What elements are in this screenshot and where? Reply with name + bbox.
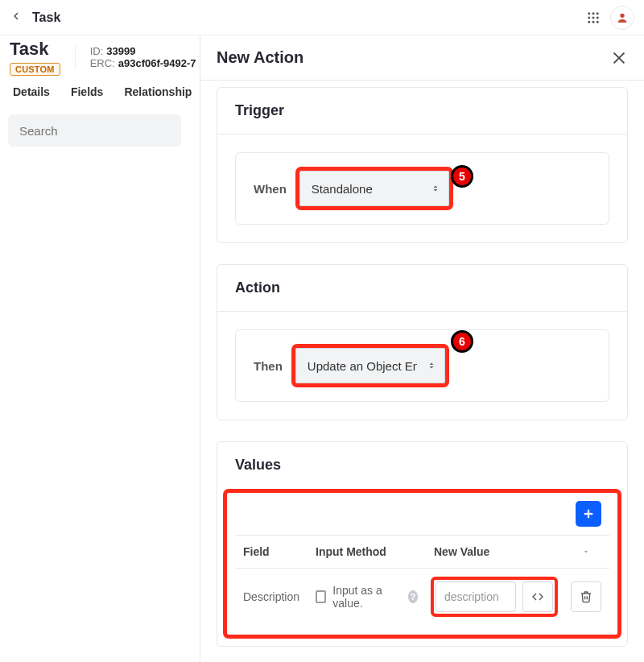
new-action-panel: New Action Trigger When Standalone 5 [200,35,644,662]
callout-5-abs: 5 [451,165,473,188]
then-label: Then [254,359,283,373]
col-field: Field [235,536,308,569]
col-new-value: New Value [426,536,563,569]
select-updown-icon [431,183,440,194]
then-value: Update an Object Ent [308,359,417,373]
action-row: Then Update an Object Ent [235,329,609,402]
help-icon[interactable]: ? [408,590,418,603]
code-toggle-button[interactable] [522,581,553,612]
entity-meta: ID: 33999 ERC: a93cf06f-9492-7 [75,45,196,69]
cell-actions [563,569,609,626]
tab-fields[interactable]: Fields [71,85,103,98]
page-title: Task [32,10,60,25]
svg-point-2 [597,12,599,14]
action-card: Action Then Update an Object Ent 6 [217,264,628,420]
entity-name: Task [10,39,60,60]
callout-6-abs: 6 [451,330,473,353]
delete-row-button[interactable] [571,581,601,612]
cell-input-method: Input as a value. ? [308,569,426,626]
when-label: When [254,182,287,196]
when-select[interactable]: Standalone [299,171,449,206]
select-updown-icon [427,360,436,371]
input-method-label: Input as a value. [332,584,396,610]
cell-new-value: description [426,569,563,626]
svg-point-8 [597,20,599,23]
svg-point-4 [592,16,595,19]
svg-point-3 [588,16,590,19]
table-row: Description Input as a value. ? [235,569,609,626]
values-card: Values 7 Field Input Method New Value [217,441,628,647]
meta-erc-label: ERC: [90,57,115,69]
svg-point-7 [592,20,595,23]
col-actions [563,536,609,569]
then-select[interactable]: Update an Object Ent [295,348,445,383]
values-title: Values [217,442,627,488]
trigger-title: Trigger [217,88,627,134]
meta-erc-value: a93cf06f-9492-7 [118,57,196,69]
new-value-input[interactable]: description [436,581,516,612]
user-avatar[interactable] [610,6,634,30]
meta-id-value: 33999 [106,45,135,57]
action-title: Action [217,265,627,312]
cell-field: Description [235,569,308,626]
tab-details[interactable]: Details [13,85,50,98]
caret-down-icon[interactable] [582,545,590,558]
app-header: Task [0,0,644,35]
meta-id-label: ID: [90,45,104,57]
values-table: Field Input Method New Value [235,535,609,625]
entity-badge: CUSTOM [10,63,60,76]
new-value-placeholder: description [444,590,499,603]
svg-point-5 [597,16,599,19]
panel-title: New Action [217,48,303,67]
trigger-row: When Standalone [235,152,609,225]
svg-point-0 [588,12,590,14]
tab-relationship[interactable]: Relationship [124,85,192,98]
when-value: Standalone [312,182,373,196]
svg-point-9 [620,13,624,17]
apps-icon[interactable] [586,10,601,25]
search-input[interactable] [8,114,181,147]
svg-point-6 [588,20,590,23]
col-input-method: Input Method [308,536,426,569]
input-as-value-checkbox[interactable] [316,590,326,603]
back-icon[interactable] [10,10,23,26]
svg-point-1 [592,12,595,14]
values-body: Field Input Method New Value [227,493,617,635]
trigger-card: Trigger When Standalone 5 [217,87,628,243]
close-icon[interactable] [610,49,628,67]
add-value-button[interactable] [576,501,601,527]
